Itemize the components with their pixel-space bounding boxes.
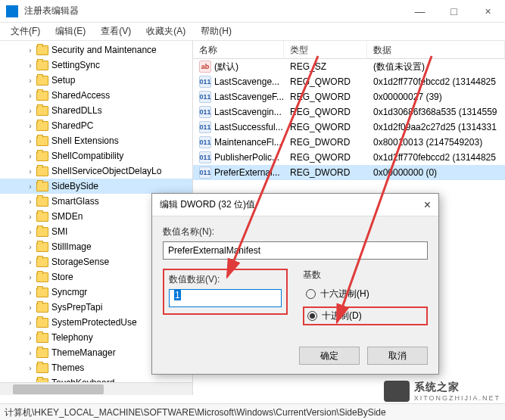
dialog-body: 数值名称(N): 数值数据(V): 1 基数 十六进制(H) 十进制(D) [152, 216, 438, 339]
folder-icon [36, 121, 48, 131]
value-data-group: 数值数据(V): 1 [163, 269, 288, 315]
value-row[interactable]: 011PreferExternal...REG_DWORD0x00000000 … [193, 165, 505, 180]
tree-item[interactable]: ›Security and Maintenance [0, 42, 192, 58]
expander-icon[interactable]: › [26, 107, 35, 115]
radio-icon [307, 311, 317, 321]
radio-hex[interactable]: 十六进制(H) [303, 286, 428, 302]
cancel-button[interactable]: 取消 [367, 347, 428, 365]
edit-dword-dialog: 编辑 DWORD (32 位)值 × 数值名称(N): 数值数据(V): 1 基… [151, 193, 439, 375]
folder-icon [36, 61, 48, 70]
menu-file[interactable]: 文件(F) [3, 23, 48, 39]
column-type[interactable]: 类型 [284, 41, 367, 58]
tree-item[interactable]: ›SettingSync [0, 58, 192, 73]
value-data-input[interactable]: 1 [169, 289, 282, 307]
folder-icon [36, 242, 48, 252]
scrollbar-thumb[interactable] [13, 384, 104, 394]
value-name-input[interactable] [163, 241, 428, 260]
menu-view[interactable]: 查看(V) [93, 23, 139, 39]
menubar: 文件(F) 编辑(E) 查看(V) 收藏夹(A) 帮助(H) [0, 23, 505, 41]
tree-item[interactable]: ›SharedPC [0, 118, 192, 133]
folder-icon [36, 197, 48, 207]
expander-icon[interactable]: › [26, 46, 35, 54]
expander-icon[interactable]: › [26, 137, 35, 145]
maximize-button[interactable]: □ [437, 0, 471, 23]
close-button[interactable]: × [471, 0, 505, 23]
minimize-button[interactable]: — [403, 0, 437, 23]
dialog-titlebar[interactable]: 编辑 DWORD (32 位)值 × [152, 194, 438, 216]
expander-icon[interactable]: › [26, 258, 35, 266]
tree-item[interactable]: ›SideBySide [0, 179, 192, 194]
tree-item[interactable]: ›ShellServiceObjectDelayLo [0, 163, 192, 179]
value-name: LastScavengin... [214, 107, 282, 117]
expander-icon[interactable]: › [26, 182, 35, 191]
column-name[interactable]: 名称 [193, 41, 284, 58]
watermark-icon [384, 381, 410, 402]
menu-favorites[interactable]: 收藏夹(A) [139, 23, 193, 39]
tree-horizontal-scrollbar[interactable] [0, 382, 192, 395]
cell-type: REG_QWORD [284, 92, 367, 102]
tree-item[interactable]: ›ShellCompatibility [0, 148, 192, 163]
cell-name: ab(默认) [193, 61, 284, 73]
tree-item[interactable]: ›Shell Extensions [0, 133, 192, 148]
tree-item[interactable]: ›Setup [0, 73, 192, 88]
cell-type: REG_SZ [284, 61, 367, 72]
expander-icon[interactable]: › [26, 198, 35, 206]
value-row[interactable]: 011MaintenanceFl...REG_DWORD0x80010013 (… [193, 135, 505, 150]
tree-item-label: ShellCompatibility [51, 151, 123, 161]
binary-value-icon: 011 [199, 166, 211, 179]
value-row[interactable]: 011LastScavengeF...REG_QWORD0x00000027 (… [193, 89, 505, 104]
column-data[interactable]: 数据 [367, 41, 505, 58]
tree-item[interactable]: ›SharedAccess [0, 88, 192, 103]
menu-help[interactable]: 帮助(H) [193, 23, 239, 39]
list-header: 名称 类型 数据 [193, 41, 505, 59]
expander-icon[interactable]: › [26, 213, 35, 221]
value-row[interactable]: 011LastSuccessful...REG_QWORD0x1d2f09aa2… [193, 120, 505, 135]
cell-data: 0x1d2ff770febccd2 (13144825 [367, 152, 505, 163]
value-row[interactable]: 011LastScavenge...REG_QWORD0x1d2ff770feb… [193, 74, 505, 89]
cell-name: 011LastScavengin... [193, 106, 284, 118]
expander-icon[interactable]: › [26, 303, 35, 312]
value-row[interactable]: 011LastScavengin...REG_QWORD0x1d30686f36… [193, 104, 505, 120]
expander-icon[interactable]: › [26, 228, 35, 236]
menu-edit[interactable]: 编辑(E) [48, 23, 93, 39]
expander-icon[interactable]: › [26, 319, 35, 327]
tree-item-label: SystemProtectedUse [51, 317, 137, 328]
expander-icon[interactable]: › [26, 167, 35, 176]
values-list[interactable]: ab(默认)REG_SZ(数值未设置)011LastScavenge...REG… [193, 59, 505, 180]
radio-decimal[interactable]: 十进制(D) [303, 306, 428, 325]
cell-type: REG_QWORD [284, 122, 367, 132]
cell-type: REG_DWORD [284, 167, 367, 178]
expander-icon[interactable]: › [26, 152, 35, 160]
tree-item-label: SMDEn [51, 211, 83, 222]
folder-icon [36, 227, 48, 237]
expander-icon[interactable]: › [26, 334, 35, 342]
cell-data: 0x1d30686f368a535 (1314559 [367, 107, 505, 117]
expander-icon[interactable]: › [26, 76, 35, 85]
dialog-close-button[interactable]: × [424, 198, 431, 212]
base-label: 基数 [303, 269, 428, 282]
tree-item-label: SharedPC [51, 120, 93, 131]
folder-icon [36, 182, 48, 191]
ok-button[interactable]: 确定 [299, 347, 360, 365]
expander-icon[interactable]: › [26, 349, 35, 357]
tree-item-label: Setup [51, 75, 75, 86]
binary-value-icon: 011 [199, 121, 211, 133]
cell-data: 0x1d2f09aa2c27d25 (1314331 [367, 122, 505, 132]
value-name: MaintenanceFl... [214, 137, 282, 148]
expander-icon[interactable]: › [26, 288, 35, 297]
tree-item[interactable]: ›SharedDLLs [0, 103, 192, 118]
cell-name: 011MaintenanceFl... [193, 136, 284, 148]
expander-icon[interactable]: › [26, 122, 35, 130]
expander-icon[interactable]: › [26, 92, 35, 100]
expander-icon[interactable]: › [26, 364, 35, 372]
folder-icon [36, 166, 48, 176]
folder-icon [36, 363, 48, 373]
expander-icon[interactable]: › [26, 243, 35, 251]
value-row[interactable]: ab(默认)REG_SZ(数值未设置) [193, 59, 505, 74]
expander-icon[interactable]: › [26, 273, 35, 282]
expander-icon[interactable]: › [26, 61, 35, 70]
app-icon [6, 5, 18, 17]
value-row[interactable]: 011PublisherPolic...REG_QWORD0x1d2ff770f… [193, 150, 505, 165]
watermark-subtext: XITONGZHIJIA.NET [414, 394, 500, 402]
window-title: 注册表编辑器 [24, 5, 403, 17]
